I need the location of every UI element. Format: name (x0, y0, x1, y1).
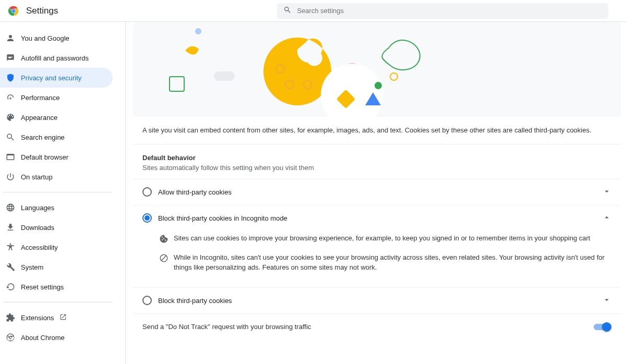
download-icon (3, 223, 18, 232)
option-label: Allow third-party cookies (158, 188, 602, 196)
sidebar-item-label: Performance (21, 94, 59, 102)
description-text: A site you visit can embed content from … (133, 117, 621, 144)
radio-icon (142, 213, 158, 223)
sidebar-item-performance[interactable]: Performance (0, 88, 118, 107)
external-link-icon (59, 313, 67, 322)
globe-icon (3, 203, 18, 212)
sidebar-item-autofill[interactable]: Autofill and passwords (0, 48, 118, 68)
autofill-icon (3, 53, 18, 63)
sidebar: You and Google Autofill and passwords Pr… (0, 22, 125, 364)
power-icon (3, 172, 18, 181)
sidebar-item-label: Accessibility (21, 244, 58, 251)
dnt-toggle[interactable] (594, 322, 611, 332)
sidebar-item-about[interactable]: About Chrome (0, 327, 118, 347)
sidebar-divider (3, 302, 113, 302)
sidebar-item-privacy[interactable]: Privacy and security (0, 68, 113, 88)
sidebar-divider (3, 192, 113, 192)
sidebar-item-system[interactable]: System (0, 257, 118, 277)
browser-icon (3, 152, 18, 162)
radio-icon (142, 187, 158, 197)
svg-point-16 (390, 73, 398, 80)
search-icon (3, 132, 18, 142)
speed-icon (3, 93, 18, 102)
section-title: Default behavior (133, 144, 621, 164)
sidebar-item-label: Default browser (21, 153, 68, 161)
radio-icon (142, 296, 158, 305)
sidebar-item-label: Appearance (21, 114, 57, 122)
sidebar-item-label: You and Google (21, 34, 69, 42)
option-label: Block third-party cookies in Incognito m… (158, 214, 602, 222)
sidebar-item-label: Reset settings (21, 283, 64, 291)
sidebar-item-languages[interactable]: Languages (0, 198, 118, 217)
sidebar-item-label: Extensions (21, 314, 54, 322)
page-title: Settings (26, 6, 58, 16)
extension-icon (3, 313, 18, 322)
search-box[interactable] (277, 3, 608, 19)
option-block-3p[interactable]: Block third-party cookies (133, 287, 621, 313)
detail-text: Sites can use cookies to improve your br… (174, 233, 611, 244)
sidebar-item-appearance[interactable]: Appearance (0, 107, 118, 127)
block-icon (159, 253, 174, 264)
do-not-track-row: Send a "Do Not Track" request with your … (133, 313, 621, 340)
person-icon (3, 33, 18, 43)
sidebar-item-downloads[interactable]: Downloads (0, 217, 118, 237)
chrome-outline-icon (3, 333, 18, 342)
option-allow-3p[interactable]: Allow third-party cookies (133, 179, 621, 205)
chevron-up-icon (602, 213, 611, 224)
sidebar-item-search-engine[interactable]: Search engine (0, 127, 118, 147)
chevron-down-icon (602, 187, 611, 198)
wrench-icon (3, 262, 18, 272)
sidebar-item-you-and-google[interactable]: You and Google (0, 28, 118, 48)
sidebar-item-default-browser[interactable]: Default browser (0, 147, 118, 167)
detail-text: While in Incognito, sites can't use your… (174, 252, 611, 273)
chrome-logo-icon (8, 6, 19, 16)
palette-icon (3, 113, 18, 122)
shield-icon (3, 73, 18, 82)
section-subtitle: Sites automatically follow this setting … (133, 164, 621, 179)
dnt-label: Send a "Do Not Track" request with your … (142, 323, 594, 331)
chevron-down-icon (602, 295, 611, 306)
option-block-3p-incognito[interactable]: Block third-party cookies in Incognito m… (133, 205, 621, 231)
sidebar-item-label: About Chrome (21, 334, 65, 342)
header: Settings (0, 0, 626, 22)
sidebar-item-on-startup[interactable]: On startup (0, 167, 118, 187)
restore-icon (3, 282, 18, 292)
sidebar-item-label: System (21, 263, 43, 271)
sidebar-item-label: Autofill and passwords (21, 54, 89, 62)
svg-point-3 (12, 9, 15, 12)
option-label: Block third-party cookies (158, 297, 602, 305)
sidebar-item-accessibility[interactable]: Accessibility (0, 237, 118, 257)
sidebar-item-label: Privacy and security (21, 74, 81, 82)
cookie-icon (159, 234, 174, 245)
sidebar-item-extensions[interactable]: Extensions (0, 308, 118, 327)
sidebar-item-label: Languages (21, 204, 54, 212)
search-input[interactable] (297, 7, 602, 15)
accessibility-icon (3, 242, 18, 252)
illustration (133, 22, 621, 117)
sidebar-item-reset[interactable]: Reset settings (0, 277, 118, 297)
option-detail: Sites can use cookies to improve your br… (133, 231, 621, 287)
search-icon (283, 6, 297, 16)
sidebar-item-label: Downloads (21, 224, 54, 232)
svg-point-15 (375, 82, 382, 89)
sidebar-item-label: Search engine (21, 134, 65, 141)
content: A site you visit can embed content from … (126, 22, 626, 364)
sidebar-item-label: On startup (21, 173, 53, 181)
